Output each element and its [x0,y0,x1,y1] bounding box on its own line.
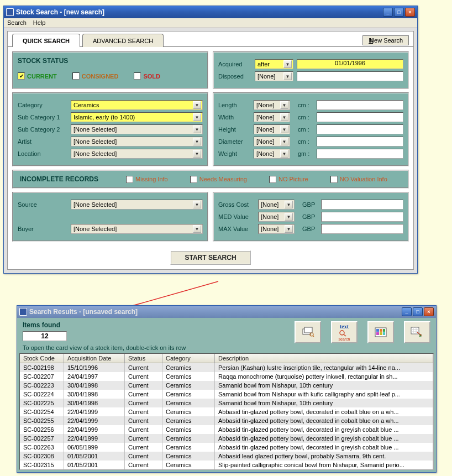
results-titlebar[interactable]: Search Results - [unsaved search] _ □ × [17,306,436,318]
col-description[interactable]: Description [215,354,433,363]
chevron-down-icon[interactable]: ▼ [193,150,201,158]
med-value-input[interactable] [321,212,403,222]
subcat1-combo[interactable]: Islamic, early (to 1400)▼ [71,112,203,122]
chevron-down-icon[interactable]: ▼ [193,138,201,145]
results-hint: To open the card view of a stock item, d… [23,344,186,351]
svg-rect-9 [380,329,382,332]
acquired-label: Acquired [218,61,251,67]
tool-export-excel-button[interactable]: X [404,321,430,343]
results-minimize-button[interactable]: _ [402,307,412,316]
length-input[interactable] [317,100,403,110]
width-combo[interactable]: [None]▼ [254,112,290,122]
tab-advanced-search[interactable]: ADVANCED SEARCH [82,34,164,47]
acquired-mode-combo[interactable]: after▼ [255,59,293,69]
svg-line-4 [313,336,314,337]
tool-text-search-button[interactable]: text search [331,321,358,343]
chevron-down-icon[interactable]: ▼ [193,125,201,133]
table-row[interactable]: SC-00225622/04/1999CurrentCeramicsAbbasi… [20,425,433,434]
height-input[interactable] [317,124,403,134]
buyer-combo[interactable]: [None Selected]▼ [71,224,203,234]
chevron-down-icon[interactable]: ▼ [280,150,288,158]
missing-info-checkbox[interactable] [126,176,133,183]
minimize-button[interactable]: _ [383,8,393,17]
chevron-down-icon[interactable]: ▼ [280,138,288,145]
diameter-combo[interactable]: [None]▼ [254,137,290,147]
width-input[interactable] [317,112,403,122]
col-acquisition-date[interactable]: Acquisition Date [64,354,125,363]
table-row[interactable]: SC-00226306/05/1999CurrentCeramicsAbbasi… [20,443,433,452]
menu-search[interactable]: Search [7,19,27,26]
start-search-button[interactable]: START SEARCH [170,250,250,265]
cell-code: SC-002263 [20,443,64,452]
table-row[interactable]: SC-00225422/04/1999CurrentCeramicsAbbasi… [20,407,433,416]
chevron-down-icon[interactable]: ▼ [280,125,288,133]
chevron-down-icon[interactable]: ▼ [285,201,293,208]
chevron-down-icon[interactable]: ▼ [283,60,292,68]
source-combo[interactable]: [None Selected]▼ [71,200,203,210]
search-titlebar[interactable]: Stock Search - [new search] _ □ × [4,6,417,18]
menu-help[interactable]: Help [33,19,46,26]
needs-measuring-checkbox[interactable] [190,176,197,183]
table-row[interactable]: SC-00230801/05/2001CurrentCeramicsAbbasi… [20,452,433,461]
length-label: Length [218,102,250,108]
table-row[interactable]: SC-00225722/04/1999CurrentCeramicsAbbasi… [20,434,433,443]
weight-input[interactable] [317,149,403,159]
col-status[interactable]: Status [125,354,162,363]
svg-rect-13 [383,332,385,335]
results-maximize-button[interactable]: □ [413,307,423,316]
chevron-down-icon[interactable]: ▼ [280,101,288,109]
location-combo[interactable]: [None Selected]▼ [71,149,203,159]
current-checkbox[interactable]: ✔ [18,72,25,80]
chevron-down-icon[interactable]: ▼ [283,72,292,80]
disposed-date-input[interactable] [297,71,403,81]
no-valuation-checkbox[interactable] [330,176,338,183]
table-row[interactable]: SC-00222530/04/1998CurrentCeramicsSamani… [20,399,433,407]
col-category[interactable]: Category [162,354,215,363]
gross-cost-combo[interactable]: [None]▼ [258,200,295,210]
cell-description: Abbasid tin-glazed pottery bowl, decorat… [215,443,433,452]
max-value-input[interactable] [321,224,403,234]
max-value-combo[interactable]: [None]▼ [258,224,295,234]
weight-combo[interactable]: [None]▼ [254,149,290,159]
results-grid[interactable]: Stock Code Acquisition Date Status Categ… [19,353,434,470]
consigned-checkbox[interactable] [72,72,80,80]
table-row[interactable]: SC-00220724/04/1997CurrentCeramicsRaqqa … [20,372,433,381]
results-close-button[interactable]: × [424,307,434,316]
category-combo[interactable]: Ceramics▼ [71,100,203,110]
no-picture-checkbox[interactable] [269,176,276,183]
maximize-button[interactable]: □ [394,8,404,17]
acquired-date-input[interactable]: 01/01/1996 [297,59,403,69]
cell-code: SC-002225 [20,399,64,407]
subcat1-label: Sub Category 1 [18,114,67,121]
length-combo[interactable]: [None]▼ [254,100,290,110]
disposed-mode-combo[interactable]: [None]▼ [255,71,293,81]
chevron-down-icon[interactable]: ▼ [285,213,293,221]
chevron-down-icon[interactable]: ▼ [193,201,201,208]
med-value-combo[interactable]: [None]▼ [258,212,295,222]
table-row[interactable]: SC-00219815/10/1996CurrentCeramicsPersia… [20,363,433,372]
chevron-down-icon[interactable]: ▼ [193,113,201,121]
table-row[interactable]: SC-00222430/04/1998CurrentCeramicsSamani… [20,390,433,399]
cell-description: Abbasid tin-glazed pottery bowl, decorat… [215,434,433,443]
table-row[interactable]: SC-00222330/04/1998CurrentCeramicsSamani… [20,381,433,390]
subcat2-combo[interactable]: [None Selected]▼ [71,124,203,134]
tool-cards-button[interactable] [295,321,321,343]
diameter-input[interactable] [317,137,403,147]
table-row[interactable]: SC-00231501/05/2001CurrentCeramicsSlip-p… [20,461,433,469]
chevron-down-icon[interactable]: ▼ [193,225,201,233]
tab-quick-search[interactable]: QUICK SEARCH [12,34,80,47]
chevron-down-icon[interactable]: ▼ [193,101,201,109]
chevron-down-icon[interactable]: ▼ [280,113,288,121]
artist-combo[interactable]: [None Selected]▼ [71,137,203,147]
close-button[interactable]: × [405,8,415,17]
gross-cost-input[interactable] [321,200,403,210]
new-search-button[interactable]: NNew Search [362,35,409,45]
cell-date: 22/04/1999 [64,407,125,416]
height-combo[interactable]: [None]▼ [254,124,290,134]
sold-checkbox[interactable] [134,72,141,80]
tool-grid-button[interactable] [367,321,394,343]
col-stock-code[interactable]: Stock Code [20,354,64,363]
current-label: CURRENT [27,73,57,80]
table-row[interactable]: SC-00225522/04/1999CurrentCeramicsAbbasi… [20,416,433,425]
chevron-down-icon[interactable]: ▼ [285,225,293,233]
